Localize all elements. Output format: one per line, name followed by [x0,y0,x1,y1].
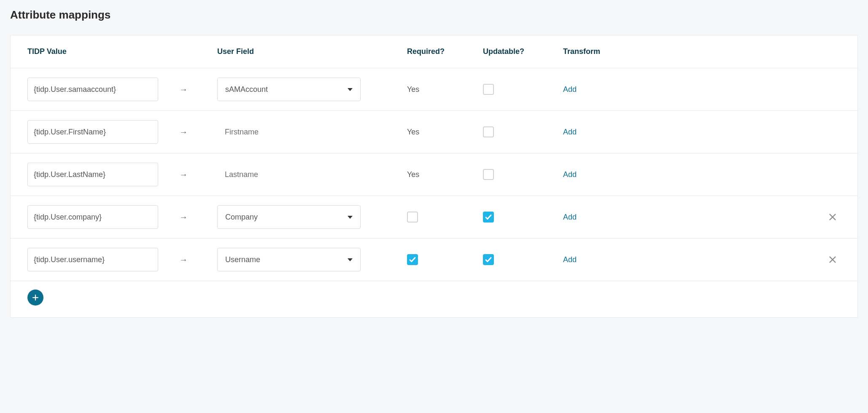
updatable-checkbox[interactable] [483,126,494,137]
updatable-checkbox[interactable] [483,212,494,223]
chevron-down-icon [348,88,353,91]
user-field-select[interactable]: Company [217,205,361,229]
delete-row-button[interactable] [828,255,837,264]
user-field-select[interactable]: sAMAccount [217,78,361,101]
col-header-transform: Transform [563,47,639,56]
user-field-value: Company [225,213,258,222]
col-header-required: Required? [407,47,483,56]
table-footer-row [11,281,857,317]
table-header-row: TIDP Value User Field Required? Updatabl… [11,35,857,68]
required-value: Yes [407,128,419,136]
required-value: Yes [407,170,419,179]
arrow-right-icon: → [179,127,188,137]
tidp-value-input[interactable]: {tidp.User.company} [27,205,158,229]
required-checkbox[interactable] [407,212,418,223]
table-row: {tidp.User.samaaccount}→sAMAccountYesAdd [11,68,857,111]
col-header-tidp: TIDP Value [27,47,179,56]
add-transform-link[interactable]: Add [563,128,577,136]
arrow-right-icon: → [179,85,188,94]
table-row: {tidp.User.company}→CompanyAdd [11,196,857,239]
table-row: {tidp.User.FirstName}→FirstnameYesAdd [11,111,857,153]
arrow-right-icon: → [179,255,188,265]
user-field-value: sAMAccount [225,85,268,94]
add-transform-link[interactable]: Add [563,170,577,179]
updatable-checkbox[interactable] [483,169,494,180]
updatable-checkbox[interactable] [483,254,494,265]
add-transform-link[interactable]: Add [563,213,577,221]
updatable-checkbox[interactable] [483,84,494,95]
delete-row-button[interactable] [828,212,837,222]
add-transform-link[interactable]: Add [563,255,577,264]
required-checkbox[interactable] [407,254,418,265]
user-field-value: Firstname [217,128,407,137]
arrow-right-icon: → [179,170,188,180]
table-row: {tidp.User.LastName}→LastnameYesAdd [11,153,857,196]
col-header-user: User Field [217,47,407,56]
chevron-down-icon [348,216,353,219]
tidp-value-input[interactable]: {tidp.User.LastName} [27,163,158,186]
table-row: {tidp.User.username}→UsernameAdd [11,239,857,281]
required-value: Yes [407,85,419,94]
arrow-right-icon: → [179,212,188,222]
user-field-value: Lastname [217,170,407,179]
add-mapping-button[interactable] [27,290,43,306]
chevron-down-icon [348,258,353,261]
tidp-value-input[interactable]: {tidp.User.samaaccount} [27,78,158,101]
tidp-value-input[interactable]: {tidp.User.FirstName} [27,120,158,144]
col-header-updatable: Updatable? [483,47,563,56]
page-title: Attribute mappings [10,8,858,21]
tidp-value-input[interactable]: {tidp.User.username} [27,248,158,271]
add-transform-link[interactable]: Add [563,85,577,94]
user-field-select[interactable]: Username [217,248,361,271]
user-field-value: Username [225,255,260,264]
mappings-table: TIDP Value User Field Required? Updatabl… [10,35,858,318]
